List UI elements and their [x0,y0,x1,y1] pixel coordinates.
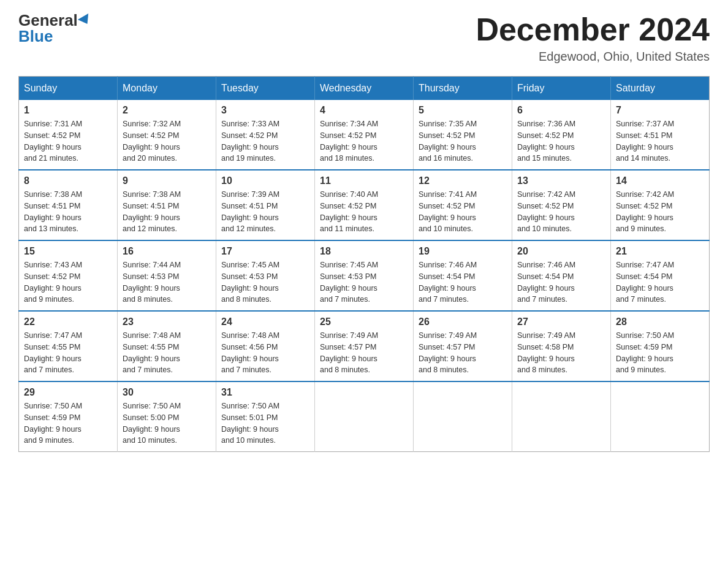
day-info: Sunrise: 7:45 AM Sunset: 4:53 PM Dayligh… [221,259,309,305]
day-info: Sunrise: 7:49 AM Sunset: 4:57 PM Dayligh… [320,330,408,376]
day-number: 22 [24,316,112,327]
header-saturday: Saturday [611,77,710,101]
calendar-cell: 10 Sunrise: 7:39 AM Sunset: 4:51 PM Dayl… [216,170,315,240]
header-sunday: Sunday [19,77,118,101]
day-info: Sunrise: 7:42 AM Sunset: 4:52 PM Dayligh… [517,189,605,235]
day-number: 27 [517,316,605,327]
day-number: 10 [221,175,309,186]
day-info: Sunrise: 7:49 AM Sunset: 4:57 PM Dayligh… [419,330,507,376]
day-info: Sunrise: 7:32 AM Sunset: 4:52 PM Dayligh… [123,118,211,164]
calendar-cell: 24 Sunrise: 7:48 AM Sunset: 4:56 PM Dayl… [216,311,315,381]
day-info: Sunrise: 7:37 AM Sunset: 4:51 PM Dayligh… [616,118,704,164]
calendar-cell: 4 Sunrise: 7:34 AM Sunset: 4:52 PM Dayli… [315,100,414,170]
month-title: December 2024 [476,12,710,47]
day-number: 13 [517,175,605,186]
day-number: 11 [320,175,408,186]
day-number: 29 [24,387,112,398]
day-number: 1 [24,105,112,116]
calendar-cell: 6 Sunrise: 7:36 AM Sunset: 4:52 PM Dayli… [512,100,611,170]
calendar-cell: 9 Sunrise: 7:38 AM Sunset: 4:51 PM Dayli… [118,170,216,240]
calendar-cell: 28 Sunrise: 7:50 AM Sunset: 4:59 PM Dayl… [611,311,710,381]
day-number: 31 [221,387,309,398]
day-number: 8 [24,175,112,186]
calendar-cell: 2 Sunrise: 7:32 AM Sunset: 4:52 PM Dayli… [118,100,216,170]
day-info: Sunrise: 7:49 AM Sunset: 4:58 PM Dayligh… [517,330,605,376]
title-section: December 2024 Edgewood, Ohio, United Sta… [476,12,710,64]
day-number: 14 [616,175,704,186]
calendar-cell: 11 Sunrise: 7:40 AM Sunset: 4:52 PM Dayl… [315,170,414,240]
header-monday: Monday [118,77,216,101]
calendar-cell: 26 Sunrise: 7:49 AM Sunset: 4:57 PM Dayl… [414,311,512,381]
day-number: 20 [517,246,605,257]
day-info: Sunrise: 7:44 AM Sunset: 4:53 PM Dayligh… [123,259,211,305]
day-number: 30 [123,387,211,398]
day-number: 25 [320,316,408,327]
day-number: 3 [221,105,309,116]
calendar-cell: 17 Sunrise: 7:45 AM Sunset: 4:53 PM Dayl… [216,240,315,311]
header-thursday: Thursday [414,77,512,101]
calendar-week-row: 15 Sunrise: 7:43 AM Sunset: 4:52 PM Dayl… [19,240,710,311]
day-number: 2 [123,105,211,116]
calendar-cell: 16 Sunrise: 7:44 AM Sunset: 4:53 PM Dayl… [118,240,216,311]
page-header: General Blue December 2024 Edgewood, Ohi… [18,12,710,64]
calendar-week-row: 22 Sunrise: 7:47 AM Sunset: 4:55 PM Dayl… [19,311,710,381]
day-info: Sunrise: 7:42 AM Sunset: 4:52 PM Dayligh… [616,189,704,235]
day-info: Sunrise: 7:50 AM Sunset: 5:01 PM Dayligh… [221,400,309,446]
day-number: 18 [320,246,408,257]
day-number: 19 [419,246,507,257]
day-info: Sunrise: 7:41 AM Sunset: 4:52 PM Dayligh… [419,189,507,235]
calendar-cell: 22 Sunrise: 7:47 AM Sunset: 4:55 PM Dayl… [19,311,118,381]
day-info: Sunrise: 7:38 AM Sunset: 4:51 PM Dayligh… [123,189,211,235]
logo-general-text: General [18,12,78,28]
calendar-cell [611,381,710,452]
day-info: Sunrise: 7:38 AM Sunset: 4:51 PM Dayligh… [24,189,112,235]
day-number: 23 [123,316,211,327]
calendar-cell: 20 Sunrise: 7:46 AM Sunset: 4:54 PM Dayl… [512,240,611,311]
header-friday: Friday [512,77,611,101]
day-info: Sunrise: 7:46 AM Sunset: 4:54 PM Dayligh… [419,259,507,305]
day-info: Sunrise: 7:50 AM Sunset: 4:59 PM Dayligh… [24,400,112,446]
calendar-cell: 5 Sunrise: 7:35 AM Sunset: 4:52 PM Dayli… [414,100,512,170]
calendar-cell [414,381,512,452]
calendar-cell [315,381,414,452]
calendar-cell: 25 Sunrise: 7:49 AM Sunset: 4:57 PM Dayl… [315,311,414,381]
day-number: 6 [517,105,605,116]
day-info: Sunrise: 7:43 AM Sunset: 4:52 PM Dayligh… [24,259,112,305]
day-info: Sunrise: 7:36 AM Sunset: 4:52 PM Dayligh… [517,118,605,164]
calendar-cell: 15 Sunrise: 7:43 AM Sunset: 4:52 PM Dayl… [19,240,118,311]
day-number: 12 [419,175,507,186]
day-number: 5 [419,105,507,116]
header-tuesday: Tuesday [216,77,315,101]
day-info: Sunrise: 7:46 AM Sunset: 4:54 PM Dayligh… [517,259,605,305]
day-number: 21 [616,246,704,257]
logo-triangle-icon [78,13,93,27]
calendar-week-row: 8 Sunrise: 7:38 AM Sunset: 4:51 PM Dayli… [19,170,710,240]
location-text: Edgewood, Ohio, United States [476,50,710,64]
day-info: Sunrise: 7:47 AM Sunset: 4:54 PM Dayligh… [616,259,704,305]
day-number: 17 [221,246,309,257]
day-info: Sunrise: 7:48 AM Sunset: 4:56 PM Dayligh… [221,330,309,376]
day-info: Sunrise: 7:48 AM Sunset: 4:55 PM Dayligh… [123,330,211,376]
calendar-week-row: 1 Sunrise: 7:31 AM Sunset: 4:52 PM Dayli… [19,100,710,170]
day-info: Sunrise: 7:35 AM Sunset: 4:52 PM Dayligh… [419,118,507,164]
calendar-cell: 12 Sunrise: 7:41 AM Sunset: 4:52 PM Dayl… [414,170,512,240]
calendar-cell: 29 Sunrise: 7:50 AM Sunset: 4:59 PM Dayl… [19,381,118,452]
day-info: Sunrise: 7:50 AM Sunset: 4:59 PM Dayligh… [616,330,704,376]
day-number: 7 [616,105,704,116]
calendar-cell: 14 Sunrise: 7:42 AM Sunset: 4:52 PM Dayl… [611,170,710,240]
day-number: 15 [24,246,112,257]
calendar-cell: 18 Sunrise: 7:45 AM Sunset: 4:53 PM Dayl… [315,240,414,311]
day-info: Sunrise: 7:33 AM Sunset: 4:52 PM Dayligh… [221,118,309,164]
calendar-cell: 30 Sunrise: 7:50 AM Sunset: 5:00 PM Dayl… [118,381,216,452]
day-number: 28 [616,316,704,327]
day-number: 26 [419,316,507,327]
calendar-week-row: 29 Sunrise: 7:50 AM Sunset: 4:59 PM Dayl… [19,381,710,452]
calendar-cell: 8 Sunrise: 7:38 AM Sunset: 4:51 PM Dayli… [19,170,118,240]
day-info: Sunrise: 7:34 AM Sunset: 4:52 PM Dayligh… [320,118,408,164]
day-info: Sunrise: 7:47 AM Sunset: 4:55 PM Dayligh… [24,330,112,376]
day-number: 24 [221,316,309,327]
day-number: 4 [320,105,408,116]
day-number: 9 [123,175,211,186]
calendar-cell: 7 Sunrise: 7:37 AM Sunset: 4:51 PM Dayli… [611,100,710,170]
day-info: Sunrise: 7:45 AM Sunset: 4:53 PM Dayligh… [320,259,408,305]
